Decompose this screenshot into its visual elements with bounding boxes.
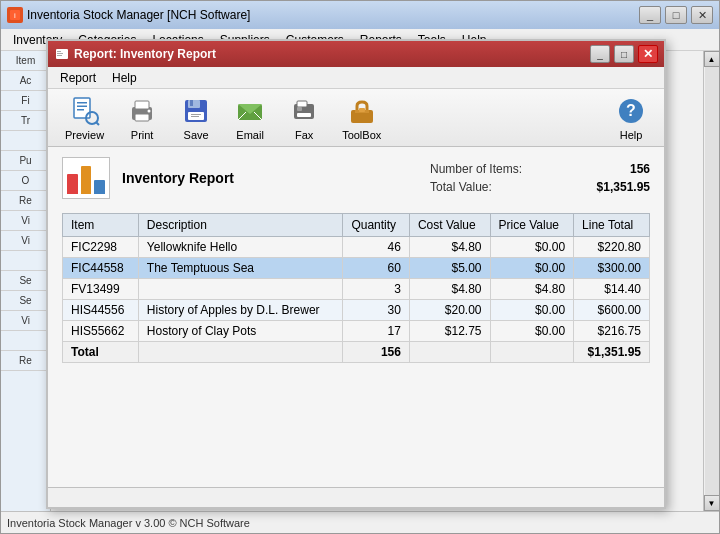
fax-button[interactable]: Fax bbox=[279, 90, 329, 146]
table-cell: $4.80 bbox=[409, 237, 490, 258]
dialog-titlebar: Report: Inventory Report _ □ ✕ bbox=[48, 41, 664, 67]
dialog-maximize-button[interactable]: □ bbox=[614, 45, 634, 63]
col-header-price-value: Price Value bbox=[490, 214, 574, 237]
total-value-value: $1,351.95 bbox=[570, 180, 650, 194]
table-cell: $14.40 bbox=[574, 279, 650, 300]
toolbox-label: ToolBox bbox=[342, 129, 381, 141]
table-row: FIC2298Yellowknife Hello46$4.80$0.00$220… bbox=[63, 237, 650, 258]
table-cell: $5.00 bbox=[409, 258, 490, 279]
maximize-button[interactable]: □ bbox=[665, 6, 687, 24]
table-cell: $600.00 bbox=[574, 300, 650, 321]
svg-rect-13 bbox=[135, 101, 149, 109]
table-cell: HIS44556 bbox=[63, 300, 139, 321]
report-header: Inventory Report Number of Items: 156 To… bbox=[62, 157, 650, 199]
sidebar-item-13[interactable]: Se bbox=[1, 291, 50, 311]
help-button[interactable]: ? Help bbox=[606, 90, 656, 146]
table-cell: 60 bbox=[343, 258, 410, 279]
help-label: Help bbox=[620, 129, 643, 141]
table-cell: $1,351.95 bbox=[574, 342, 650, 363]
table-cell: 156 bbox=[343, 342, 410, 363]
svg-rect-8 bbox=[77, 105, 87, 107]
help-icon: ? bbox=[615, 95, 647, 127]
table-cell: $4.80 bbox=[409, 279, 490, 300]
table-row: HIS44556History of Apples by D.L. Brewer… bbox=[63, 300, 650, 321]
fax-label: Fax bbox=[295, 129, 313, 141]
app-icon: i bbox=[7, 7, 23, 23]
svg-point-15 bbox=[148, 109, 151, 112]
table-cell: 17 bbox=[343, 321, 410, 342]
statusbar: Inventoria Stock Manager v 3.00 © NCH So… bbox=[1, 511, 719, 533]
sidebar-item-14[interactable]: Vi bbox=[1, 311, 50, 331]
sidebar-item-4[interactable]: Tr bbox=[1, 111, 50, 131]
dialog-menu-report[interactable]: Report bbox=[52, 69, 104, 87]
col-header-cost-value: Cost Value bbox=[409, 214, 490, 237]
table-cell bbox=[138, 279, 343, 300]
table-cell: $4.80 bbox=[490, 279, 574, 300]
table-cell: 30 bbox=[343, 300, 410, 321]
scroll-up-button[interactable]: ▲ bbox=[704, 51, 720, 67]
sidebar: Item Ac Fi Tr Pu O Re Vi Vi Se Se Vi Re bbox=[1, 51, 51, 511]
toolbox-button[interactable]: ToolBox bbox=[333, 90, 390, 146]
main-window: i Inventoria Stock Manager [NCH Software… bbox=[0, 0, 720, 534]
print-button[interactable]: Print bbox=[117, 90, 167, 146]
num-items-label: Number of Items: bbox=[430, 162, 550, 176]
preview-button[interactable]: Preview bbox=[56, 90, 113, 146]
save-icon bbox=[180, 95, 212, 127]
dialog-close-button[interactable]: ✕ bbox=[638, 45, 658, 63]
dialog-menubar: Report Help bbox=[48, 67, 664, 89]
sidebar-item-3[interactable]: Fi bbox=[1, 91, 50, 111]
sidebar-item-11 bbox=[1, 251, 50, 271]
status-text: Inventoria Stock Manager v 3.00 © NCH So… bbox=[7, 517, 250, 529]
table-row: Total156$1,351.95 bbox=[63, 342, 650, 363]
print-label: Print bbox=[131, 129, 154, 141]
main-title: Inventoria Stock Manager [NCH Software] bbox=[27, 8, 635, 22]
right-scrollbar: ▲ ▼ bbox=[703, 51, 719, 511]
sidebar-item-9[interactable]: Vi bbox=[1, 211, 50, 231]
sidebar-item-8[interactable]: Re bbox=[1, 191, 50, 211]
email-label: Email bbox=[236, 129, 264, 141]
table-cell: HIS55662 bbox=[63, 321, 139, 342]
sidebar-item-5 bbox=[1, 131, 50, 151]
col-header-quantity: Quantity bbox=[343, 214, 410, 237]
preview-label: Preview bbox=[65, 129, 104, 141]
save-button[interactable]: Save bbox=[171, 90, 221, 146]
svg-rect-20 bbox=[191, 114, 201, 115]
sidebar-item-10[interactable]: Vi bbox=[1, 231, 50, 251]
table-cell: Yellowknife Hello bbox=[138, 237, 343, 258]
dialog-content: Inventory Report Number of Items: 156 To… bbox=[48, 147, 664, 373]
table-cell bbox=[138, 342, 343, 363]
dialog-minimize-button[interactable]: _ bbox=[590, 45, 610, 63]
table-cell: 46 bbox=[343, 237, 410, 258]
col-header-item: Item bbox=[63, 214, 139, 237]
close-button[interactable]: ✕ bbox=[691, 6, 713, 24]
dialog-icon bbox=[54, 46, 70, 62]
sidebar-item-1[interactable]: Item bbox=[1, 51, 50, 71]
main-titlebar: i Inventoria Stock Manager [NCH Software… bbox=[1, 1, 719, 29]
sidebar-item-7[interactable]: O bbox=[1, 171, 50, 191]
total-value-row: Total Value: $1,351.95 bbox=[430, 180, 650, 194]
minimize-button[interactable]: _ bbox=[639, 6, 661, 24]
email-button[interactable]: Email bbox=[225, 90, 275, 146]
sidebar-item-16[interactable]: Re bbox=[1, 351, 50, 371]
table-row: HIS55662Hostory of Clay Pots17$12.75$0.0… bbox=[63, 321, 650, 342]
sidebar-item-15 bbox=[1, 331, 50, 351]
table-cell: $0.00 bbox=[490, 300, 574, 321]
table-cell: Hostory of Clay Pots bbox=[138, 321, 343, 342]
table-cell: The Temptuous Sea bbox=[138, 258, 343, 279]
svg-rect-17 bbox=[188, 100, 200, 108]
scroll-down-button[interactable]: ▼ bbox=[704, 495, 720, 511]
svg-rect-28 bbox=[297, 113, 311, 117]
table-cell bbox=[409, 342, 490, 363]
svg-rect-18 bbox=[190, 100, 193, 106]
preview-icon bbox=[69, 95, 101, 127]
num-items-row: Number of Items: 156 bbox=[430, 162, 650, 176]
email-icon bbox=[234, 95, 266, 127]
svg-rect-14 bbox=[135, 114, 149, 121]
report-chart-icon bbox=[62, 157, 110, 199]
sidebar-item-6[interactable]: Pu bbox=[1, 151, 50, 171]
col-header-description: Description bbox=[138, 214, 343, 237]
table-cell: $0.00 bbox=[490, 321, 574, 342]
dialog-menu-help[interactable]: Help bbox=[104, 69, 145, 87]
sidebar-item-2[interactable]: Ac bbox=[1, 71, 50, 91]
sidebar-item-12[interactable]: Se bbox=[1, 271, 50, 291]
